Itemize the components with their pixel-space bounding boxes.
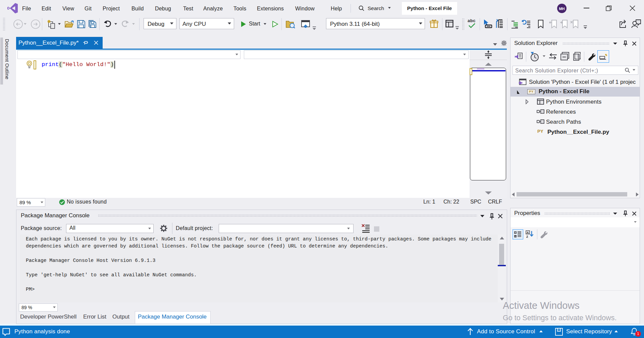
svg-text:Z: Z	[526, 235, 528, 238]
svg-text:A: A	[527, 231, 529, 234]
